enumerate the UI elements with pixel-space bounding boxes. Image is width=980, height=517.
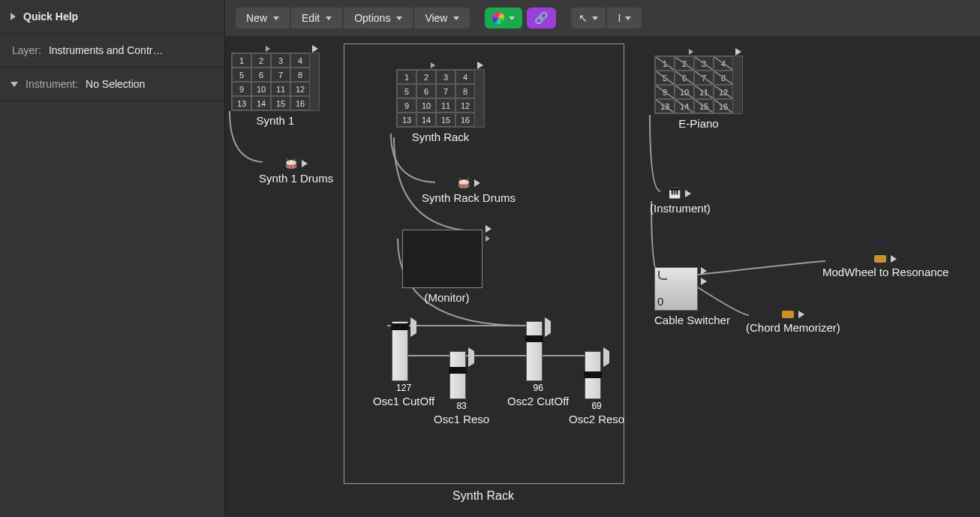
channel-cell[interactable]: 5 <box>655 71 675 85</box>
channel-cell[interactable]: 6 <box>675 71 694 85</box>
node-modwheel[interactable]: ModWheel to Resonance <box>822 255 948 278</box>
chord-icon <box>782 311 794 318</box>
cable-switcher-value: 0 <box>657 295 663 308</box>
environment-canvas[interactable]: 12345678910111213141516 Synth 1 🥁 Synth … <box>225 36 980 517</box>
channel-cell[interactable]: 12 <box>455 98 475 113</box>
node-synth-rack[interactable]: 12345678910111213141516 Synth Rack <box>396 62 485 143</box>
node-chord-memorizer[interactable]: (Chord Memorizer) <box>746 311 840 334</box>
channel-cell[interactable]: 1 <box>397 70 416 84</box>
pointer-tool[interactable]: ↖ <box>571 8 606 29</box>
pointer-icon: ↖ <box>579 12 588 24</box>
channel-cell[interactable]: 11 <box>694 85 714 99</box>
channel-cell[interactable]: 9 <box>232 82 251 96</box>
edit-menu[interactable]: Edit <box>291 8 342 29</box>
node-synth1-drums[interactable]: 🥁 Synth 1 Drums <box>259 158 333 185</box>
output-icon <box>545 317 551 337</box>
channel-cell[interactable]: 7 <box>694 71 714 85</box>
chevron-down-icon <box>592 17 598 20</box>
fader-label: Osc2 CutOff <box>507 395 569 407</box>
output-icon <box>410 317 416 337</box>
fader-track[interactable] <box>392 321 408 381</box>
channel-cell[interactable]: 2 <box>675 56 694 71</box>
channel-cell[interactable]: 3 <box>694 56 714 71</box>
node-instrument[interactable]: 🎹 (Instrument) <box>650 188 711 215</box>
fader-knob[interactable] <box>525 335 543 342</box>
channel-cell[interactable]: 15 <box>271 96 290 110</box>
view-menu[interactable]: View <box>414 8 470 29</box>
channel-cell[interactable]: 13 <box>655 99 675 113</box>
channel-grid[interactable]: 12345678910111213141516 <box>654 56 743 114</box>
fader-track[interactable] <box>526 321 543 381</box>
node-epiano[interactable]: 12345678910111213141516 E-Piano <box>654 48 743 130</box>
channel-grid[interactable]: 12345678910111213141516 <box>231 53 320 111</box>
fader-osc2-reso[interactable]: 69 Osc2 Reso <box>569 351 624 425</box>
color-palette-button[interactable] <box>485 8 522 29</box>
node-cable-switcher[interactable]: 0 Cable Switcher <box>654 267 730 326</box>
channel-grid[interactable]: 12345678910111213141516 <box>396 69 485 128</box>
channel-cell[interactable]: 6 <box>251 68 271 82</box>
channel-cell[interactable]: 13 <box>397 113 416 127</box>
channel-cell[interactable]: 16 <box>290 96 310 110</box>
channel-cell[interactable]: 10 <box>416 98 436 113</box>
fader-knob[interactable] <box>449 367 467 374</box>
instrument-icon: 🎹 <box>669 188 681 199</box>
fader-track[interactable] <box>449 351 466 399</box>
channel-cell[interactable]: 5 <box>397 84 416 98</box>
monitor-box[interactable] <box>402 230 482 288</box>
cable-switcher-box[interactable]: 0 <box>654 267 698 311</box>
channel-cell[interactable]: 3 <box>436 70 455 84</box>
instrument-row[interactable]: Instrument: No Selection <box>0 68 225 101</box>
fader-value: 83 <box>456 401 466 411</box>
channel-cell[interactable]: 14 <box>251 96 271 110</box>
fader-osc1-cutoff[interactable]: 127 Osc1 CutOff <box>373 321 434 407</box>
channel-cell[interactable]: 3 <box>271 53 290 68</box>
channel-cell[interactable]: 10 <box>251 82 271 96</box>
channel-cell[interactable]: 7 <box>436 84 455 98</box>
group-title-wrap: Synth Rack <box>344 485 623 503</box>
channel-cell[interactable]: 13 <box>232 96 251 110</box>
channel-cell[interactable]: 10 <box>675 85 694 99</box>
channel-cell[interactable]: 15 <box>436 113 455 127</box>
fader-value: 96 <box>533 383 543 393</box>
channel-cell[interactable]: 16 <box>714 99 733 113</box>
channel-cell[interactable]: 12 <box>714 85 733 99</box>
channel-cell[interactable]: 8 <box>455 84 475 98</box>
layer-row[interactable]: Layer: Instruments and Contr… <box>0 34 225 68</box>
fader-knob[interactable] <box>584 371 602 378</box>
channel-cell[interactable]: 14 <box>675 99 694 113</box>
output-icon <box>485 225 492 233</box>
channel-cell[interactable]: 7 <box>271 68 290 82</box>
channel-cell[interactable]: 14 <box>416 113 436 127</box>
new-menu[interactable]: New <box>236 8 290 29</box>
channel-cell[interactable]: 1 <box>655 56 675 71</box>
channel-cell[interactable]: 9 <box>655 85 675 99</box>
channel-cell[interactable]: 11 <box>436 98 455 113</box>
channel-cell[interactable]: 8 <box>714 71 733 85</box>
fader-knob[interactable] <box>391 323 409 330</box>
channel-cell[interactable]: 8 <box>290 68 310 82</box>
channel-cell[interactable]: 4 <box>290 53 310 68</box>
text-tool[interactable]: I <box>607 8 642 29</box>
channel-cell[interactable]: 11 <box>271 82 290 96</box>
node-monitor[interactable]: (Monitor) <box>402 230 492 304</box>
node-synth-rack-drums[interactable]: 🥁 Synth Rack Drums <box>422 177 516 204</box>
channel-cell[interactable]: 4 <box>714 56 733 71</box>
channel-cell[interactable]: 2 <box>251 53 271 68</box>
channel-cell[interactable]: 9 <box>397 98 416 113</box>
channel-cell[interactable]: 16 <box>455 113 475 127</box>
transformer-icon <box>874 255 886 263</box>
fader-osc2-cutoff[interactable]: 96 Osc2 CutOff <box>507 321 569 407</box>
options-menu[interactable]: Options <box>344 8 413 29</box>
quick-help-row[interactable]: Quick Help <box>0 0 225 34</box>
channel-cell[interactable]: 5 <box>232 68 251 82</box>
node-synth1[interactable]: 12345678910111213141516 Synth 1 <box>231 45 320 127</box>
link-button[interactable]: 🔗 <box>527 8 556 29</box>
channel-cell[interactable]: 6 <box>416 84 436 98</box>
channel-cell[interactable]: 1 <box>232 53 251 68</box>
channel-cell[interactable]: 4 <box>455 70 475 84</box>
channel-cell[interactable]: 12 <box>290 82 310 96</box>
fader-osc1-reso[interactable]: 83 Osc1 Reso <box>434 351 489 425</box>
fader-track[interactable] <box>585 351 601 399</box>
channel-cell[interactable]: 2 <box>416 70 436 84</box>
channel-cell[interactable]: 15 <box>694 99 714 113</box>
